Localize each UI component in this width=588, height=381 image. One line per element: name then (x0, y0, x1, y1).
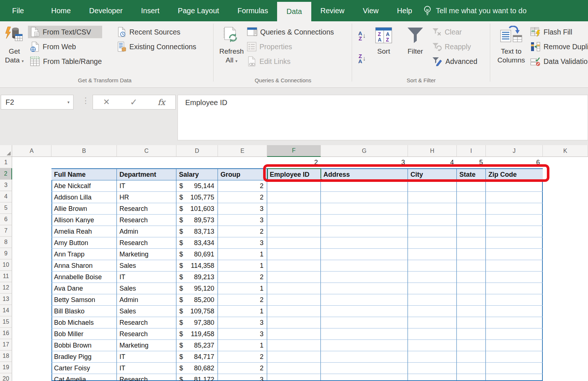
cell-I11[interactable] (457, 272, 486, 283)
cell-E3[interactable]: 2 (218, 180, 267, 192)
cell-E16[interactable]: 3 (218, 328, 267, 340)
row-header-4[interactable]: 4 (0, 191, 12, 202)
cell-C8[interactable]: Research (117, 237, 176, 249)
cell-J14[interactable] (486, 306, 543, 317)
column-header-H[interactable]: H (408, 145, 457, 157)
cell-B8[interactable]: Amy Button (51, 237, 117, 249)
tab-view[interactable]: View (354, 0, 388, 21)
cell-E19[interactable]: 2 (218, 363, 267, 374)
row-header-17[interactable]: 17 (0, 339, 12, 351)
cell-F9[interactable] (267, 249, 321, 260)
cell-D9[interactable]: $80,691 (176, 249, 218, 260)
column-header-B[interactable]: B (51, 145, 117, 157)
cell-C17[interactable]: Marketing (117, 340, 176, 351)
row-header-20[interactable]: 20 (0, 373, 12, 381)
cell-B7[interactable]: Amelia Reah (51, 226, 117, 237)
insert-function-icon[interactable]: fx (158, 98, 165, 107)
cell-J16[interactable] (486, 328, 543, 340)
cell-B11[interactable]: Annabelle Boise (51, 272, 117, 283)
cell-H15[interactable] (408, 317, 457, 328)
cell-C11[interactable]: IT (117, 272, 176, 283)
cell-I9[interactable] (457, 249, 486, 260)
cell-H12[interactable] (408, 283, 457, 294)
cell-G20[interactable] (321, 374, 408, 381)
table-header-group[interactable]: Group (218, 169, 267, 180)
cell-G15[interactable] (321, 317, 408, 328)
row-header-18[interactable]: 18 (0, 351, 12, 362)
cell-B16[interactable]: Bob Miller (51, 328, 117, 340)
cell-E18[interactable]: 2 (218, 351, 267, 363)
cell-E12[interactable]: 1 (218, 283, 267, 294)
cell-F3[interactable] (267, 180, 321, 192)
cell-E6[interactable]: 3 (218, 215, 267, 226)
cell-F4[interactable] (267, 192, 321, 203)
cell-H11[interactable] (408, 272, 457, 283)
cell-C5[interactable]: Research (117, 203, 176, 215)
cell-D18[interactable]: $84,717 (176, 351, 218, 363)
cell-D5[interactable]: $101,603 (176, 203, 218, 215)
cell-H8[interactable] (408, 237, 457, 249)
cell-F12[interactable] (267, 283, 321, 294)
cell-I8[interactable] (457, 237, 486, 249)
cell-G13[interactable] (321, 294, 408, 306)
cell-J13[interactable] (486, 294, 543, 306)
cell-F14[interactable] (267, 306, 321, 317)
cell-F11[interactable] (267, 272, 321, 283)
tab-insert[interactable]: Insert (132, 0, 169, 21)
cell-C15[interactable]: Research (117, 317, 176, 328)
cell-H7[interactable] (408, 226, 457, 237)
cell-I17[interactable] (457, 340, 486, 351)
row-header-1[interactable]: 1 (0, 157, 12, 168)
cell-E13[interactable]: 2 (218, 294, 267, 306)
column-header-G[interactable]: G (321, 145, 408, 157)
cell-J11[interactable] (486, 272, 543, 283)
table-header-full-name[interactable]: Full Name (51, 169, 117, 180)
cell-I4[interactable] (457, 192, 486, 203)
cell-J15[interactable] (486, 317, 543, 328)
cell-G14[interactable] (321, 306, 408, 317)
tab-review[interactable]: Review (311, 0, 354, 21)
cell-D12[interactable]: $95,120 (176, 283, 218, 294)
sort-ascending-button[interactable]: AZ↓ (355, 28, 369, 44)
get-data-button[interactable]: Get Data ▾ (2, 24, 26, 75)
cell-E4[interactable]: 2 (218, 192, 267, 203)
advanced-filter-button[interactable]: Advanced (432, 55, 477, 68)
column-header-D[interactable]: D (176, 145, 218, 157)
cell-G17[interactable] (321, 340, 408, 351)
cell-H3[interactable] (408, 180, 457, 192)
row-header-16[interactable]: 16 (0, 328, 12, 339)
row-header-15[interactable]: 15 (0, 316, 12, 328)
cell-H19[interactable] (408, 363, 457, 374)
cell-B18[interactable]: Bradley Pigg (51, 351, 117, 363)
cell-F17[interactable] (267, 340, 321, 351)
cell-B10[interactable]: Anna Sharon (51, 260, 117, 272)
cell-F10[interactable] (267, 260, 321, 272)
cell-B15[interactable]: Bob Michaels (51, 317, 117, 328)
cell-B12[interactable]: Ava Dane (51, 283, 117, 294)
cell-C13[interactable]: Admin (117, 294, 176, 306)
cell-D4[interactable]: $105,775 (176, 192, 218, 203)
confirm-entry-icon[interactable]: ✓ (130, 97, 137, 107)
cell-F20[interactable] (267, 374, 321, 381)
cell-J6[interactable] (486, 215, 543, 226)
column-header-K[interactable]: K (543, 145, 588, 157)
cell-F13[interactable] (267, 294, 321, 306)
cell-J5[interactable] (486, 203, 543, 215)
cell-G5[interactable] (321, 203, 408, 215)
row-header-10[interactable]: 10 (0, 259, 12, 271)
cell-G3[interactable] (321, 180, 408, 192)
column-header-I[interactable]: I (457, 145, 486, 157)
cell-E20[interactable]: 3 (218, 374, 267, 381)
existing-connections-button[interactable]: Existing Connections (117, 40, 196, 53)
cell-H18[interactable] (408, 351, 457, 363)
row-header-8[interactable]: 8 (0, 237, 12, 248)
cell-E17[interactable]: 1 (218, 340, 267, 351)
cell-C14[interactable]: Sales (117, 306, 176, 317)
refresh-all-button[interactable]: Refresh All ▾ (218, 24, 245, 75)
cell-C16[interactable]: Research (117, 328, 176, 340)
row-header-12[interactable]: 12 (0, 282, 12, 294)
from-table-range-button[interactable]: From Table/Range (30, 55, 102, 68)
cell-D16[interactable]: $119,458 (176, 328, 218, 340)
sort-button[interactable]: Z A A Z Sort (370, 24, 397, 75)
cell-I15[interactable] (457, 317, 486, 328)
